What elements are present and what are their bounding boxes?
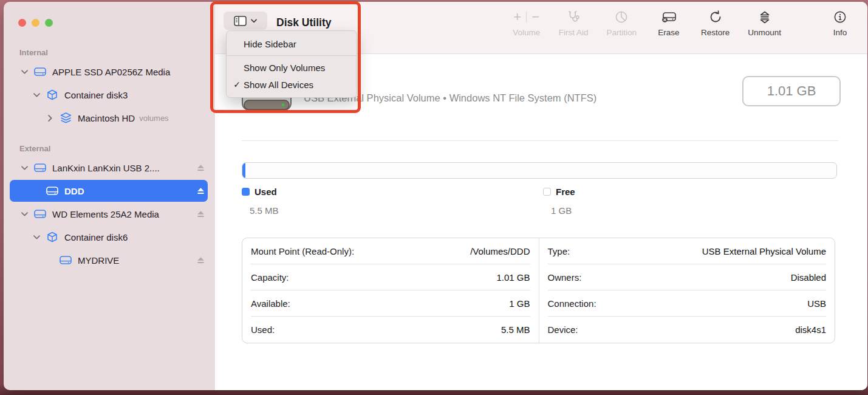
device-tree: Internal APPLE SSD AP0256Z Media Contain… bbox=[4, 46, 215, 272]
sidebar-item-label: APPLE SSD AP0256Z Media bbox=[52, 67, 170, 77]
plus-icon: + bbox=[513, 9, 521, 25]
sidebar-options-menu: Hide Sidebar Show Only Volumes ✓ Show Al… bbox=[226, 30, 357, 98]
minimize-window-button[interactable] bbox=[32, 19, 39, 27]
volume-detail-panel: USB External Physical Volume • Windows N… bbox=[215, 54, 867, 390]
info-button[interactable]: Info bbox=[826, 9, 854, 37]
toolbar: Disk Utility +− Volume First Aid Part bbox=[215, 2, 867, 54]
minus-icon: − bbox=[531, 9, 539, 25]
toolbar-buttons: +− Volume First Aid Partition bbox=[513, 9, 854, 37]
sidebar-item-apple-ssd[interactable]: APPLE SSD AP0256Z Media bbox=[4, 60, 215, 83]
sidebar-item-macintosh-hd[interactable]: Macintosh HD volumes bbox=[4, 106, 215, 129]
stethoscope-icon bbox=[566, 9, 581, 26]
sidebar-item-label: LanKxin LanKxin USB 2.... bbox=[52, 163, 160, 173]
partition-button[interactable]: Partition bbox=[606, 9, 637, 37]
sidebar-item-container-disk3[interactable]: Container disk3 bbox=[4, 83, 215, 106]
chevron-down-icon[interactable] bbox=[19, 166, 29, 170]
disk-utility-window: Internal APPLE SSD AP0256Z Media Contain… bbox=[4, 2, 867, 390]
traffic-lights bbox=[18, 19, 53, 27]
sidebar-panel-icon bbox=[234, 16, 247, 26]
stack-icon bbox=[60, 112, 72, 123]
drive-icon bbox=[34, 67, 46, 77]
eject-icon[interactable] bbox=[196, 256, 205, 264]
restore-arrow-icon bbox=[708, 9, 723, 26]
drive-icon bbox=[60, 255, 72, 265]
close-window-button[interactable] bbox=[18, 19, 26, 27]
table-row: Mount Point (Read-Only):/Volumes/DDD bbox=[251, 238, 530, 264]
chevron-down-icon[interactable] bbox=[32, 235, 41, 239]
usage-bar bbox=[242, 162, 837, 179]
size-badge: 1.01 GB bbox=[742, 76, 841, 106]
chevron-down-icon bbox=[251, 19, 257, 23]
usage-legend: Used 5.5 MB Free 1 GB bbox=[242, 187, 837, 229]
container-icon bbox=[46, 232, 58, 242]
restore-button[interactable]: Restore bbox=[701, 9, 730, 37]
table-row: Owners:Disabled bbox=[548, 264, 827, 290]
eject-icon[interactable] bbox=[196, 164, 205, 172]
usage-bar-used bbox=[242, 163, 245, 178]
erase-drive-icon bbox=[661, 9, 677, 26]
sidebar-item-label: Macintosh HD bbox=[78, 113, 135, 123]
sidebar-item-label: Container disk3 bbox=[64, 90, 128, 100]
menu-separator bbox=[227, 55, 357, 56]
chevron-down-icon[interactable] bbox=[32, 93, 41, 97]
menu-item-show-only-volumes[interactable]: Show Only Volumes bbox=[227, 59, 357, 76]
drive-icon bbox=[46, 186, 58, 196]
sidebar-item-label: DDD bbox=[64, 186, 84, 196]
table-row: Capacity:1.01 GB bbox=[251, 264, 530, 290]
legend-free: Free 1 GB bbox=[543, 187, 575, 216]
sidebar-item-label: WD Elements 25A2 Media bbox=[52, 209, 159, 219]
container-icon bbox=[46, 89, 58, 100]
checkmark-icon: ✓ bbox=[232, 80, 242, 89]
chevron-right-icon[interactable] bbox=[45, 115, 55, 122]
pie-chart-icon bbox=[614, 9, 629, 26]
table-row: Available:1 GB bbox=[251, 290, 530, 317]
main-pane: Disk Utility +− Volume First Aid Part bbox=[215, 2, 867, 390]
table-row: Connection:USB bbox=[548, 290, 827, 317]
sidebar-item-lankxin-usb[interactable]: LanKxin LanKxin USB 2.... bbox=[4, 156, 215, 179]
free-value: 1 GB bbox=[551, 205, 575, 216]
details-column-right: Type:USB External Physical Volume Owners… bbox=[539, 238, 835, 343]
sidebar-item-label: Container disk6 bbox=[64, 232, 128, 242]
section-title-external: External bbox=[4, 142, 215, 156]
used-value: 5.5 MB bbox=[250, 205, 279, 216]
first-aid-button[interactable]: First Aid bbox=[559, 9, 589, 37]
chevron-down-icon[interactable] bbox=[19, 70, 29, 74]
erase-button[interactable]: Erase bbox=[655, 9, 683, 37]
zoom-window-button[interactable] bbox=[45, 19, 53, 27]
menu-item-hide-sidebar[interactable]: Hide Sidebar bbox=[227, 35, 357, 52]
sidebar-item-label: MYDRIVE bbox=[78, 255, 119, 266]
page-title: Disk Utility bbox=[276, 16, 331, 29]
drive-icon bbox=[34, 163, 46, 173]
unmount-button[interactable]: Unmount bbox=[748, 9, 781, 37]
drive-icon bbox=[34, 209, 46, 219]
unmount-icon bbox=[757, 9, 773, 26]
divider bbox=[242, 140, 838, 141]
sidebar-item-mydrive[interactable]: MYDRIVE bbox=[4, 249, 215, 272]
sidebar-item-container-disk6[interactable]: Container disk6 bbox=[4, 225, 215, 249]
eject-icon[interactable] bbox=[196, 187, 205, 195]
volume-button[interactable]: +− Volume bbox=[513, 9, 541, 37]
section-title-internal: Internal bbox=[4, 46, 215, 60]
menu-item-show-all-devices[interactable]: ✓ Show All Devices bbox=[227, 76, 357, 93]
volumes-suffix: volumes bbox=[139, 114, 168, 123]
table-row: Device:disk4s1 bbox=[548, 317, 827, 343]
table-row: Used:5.5 MB bbox=[251, 317, 530, 343]
sidebar-item-ddd[interactable]: DDD bbox=[4, 179, 215, 202]
sidebar-toggle-button[interactable] bbox=[224, 12, 267, 30]
legend-used: Used 5.5 MB bbox=[242, 187, 279, 216]
sidebar-item-wd-elements[interactable]: WD Elements 25A2 Media bbox=[4, 202, 215, 225]
details-table: Mount Point (Read-Only):/Volumes/DDD Cap… bbox=[242, 238, 835, 343]
used-swatch bbox=[242, 188, 250, 196]
table-row: Type:USB External Physical Volume bbox=[548, 238, 827, 264]
eject-icon[interactable] bbox=[196, 210, 205, 218]
free-swatch bbox=[543, 188, 551, 196]
sidebar: Internal APPLE SSD AP0256Z Media Contain… bbox=[4, 2, 215, 390]
details-column-left: Mount Point (Read-Only):/Volumes/DDD Cap… bbox=[242, 238, 539, 343]
chevron-down-icon[interactable] bbox=[19, 212, 29, 216]
info-icon bbox=[833, 9, 847, 26]
